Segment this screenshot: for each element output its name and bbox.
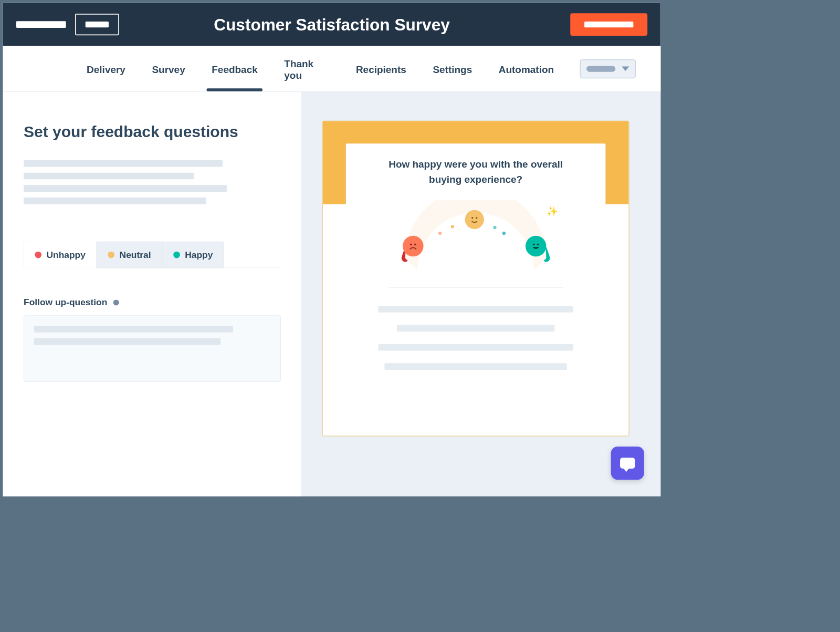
- description-placeholder-line: [24, 160, 223, 167]
- gauge-speck-icon: [502, 232, 506, 235]
- tab-delivery[interactable]: Delivery: [86, 47, 127, 90]
- tab-thank-you[interactable]: Thank you: [284, 42, 330, 96]
- preview-body-placeholder: [378, 306, 573, 376]
- preview-card: How happy were you with the overall buyi…: [346, 143, 606, 426]
- dot-green-icon: [173, 252, 180, 258]
- svg-point-2: [471, 217, 473, 219]
- follow-up-textarea[interactable]: [24, 315, 281, 381]
- sentiment-tab-label: Unhappy: [46, 250, 85, 261]
- tab-feedback[interactable]: Feedback: [211, 47, 259, 90]
- preview-divider: [388, 287, 563, 288]
- info-dot-icon[interactable]: [113, 299, 119, 305]
- preview-question: How happy were you with the overall buyi…: [376, 157, 575, 187]
- description-placeholder-line: [24, 173, 194, 180]
- textarea-placeholder-line: [34, 338, 221, 345]
- main-content: Set your feedback questions Unhappy Neut…: [3, 92, 661, 496]
- top-header: Customer Satisfaction Survey: [3, 3, 661, 46]
- survey-preview-frame: How happy were you with the overall buyi…: [322, 121, 629, 436]
- svg-point-3: [476, 217, 477, 219]
- header-secondary-button[interactable]: [75, 14, 119, 35]
- chat-widget-button[interactable]: [611, 447, 644, 480]
- tab-recipients[interactable]: Recipients: [355, 47, 407, 90]
- sentiment-tab-label: Neutral: [120, 250, 151, 261]
- sentiment-tab-label: Happy: [185, 250, 213, 261]
- header-brand-placeholder: [16, 21, 66, 28]
- header-secondary-button-label: [86, 22, 109, 27]
- svg-point-0: [410, 243, 412, 245]
- follow-up-label: Follow up-question: [24, 297, 107, 308]
- tab-automation[interactable]: Automation: [498, 47, 554, 90]
- section-heading: Set your feedback questions: [24, 123, 280, 141]
- sentiment-tabs: Unhappy Neutral Happy: [24, 242, 280, 268]
- description-placeholder-line: [24, 198, 206, 204]
- sentiment-tab-happy[interactable]: Happy: [162, 242, 224, 268]
- preview-body-line: [384, 363, 567, 370]
- face-neutral-icon[interactable]: [465, 210, 484, 229]
- tab-settings[interactable]: Settings: [432, 47, 473, 90]
- dot-yellow-icon: [108, 252, 114, 258]
- chat-bubble-icon: [620, 458, 635, 469]
- preview-body-line: [378, 306, 573, 313]
- view-dropdown-label: [586, 66, 615, 71]
- gauge-speck-icon: [438, 232, 442, 235]
- header-primary-button-label: [584, 22, 633, 27]
- svg-point-5: [537, 243, 539, 245]
- chevron-down-icon: [622, 66, 629, 71]
- tab-survey[interactable]: Survey: [151, 47, 186, 90]
- left-panel: Set your feedback questions Unhappy Neut…: [3, 92, 302, 496]
- textarea-placeholder-line: [34, 326, 233, 333]
- satisfaction-gauge: ✨: [393, 200, 559, 275]
- preview-body-line: [397, 325, 554, 332]
- dot-red-icon: [35, 252, 41, 258]
- gauge-speck-icon: [493, 226, 496, 229]
- follow-up-label-row: Follow up-question: [24, 297, 280, 308]
- header-primary-button[interactable]: [570, 13, 647, 36]
- right-panel: How happy were you with the overall buyi…: [301, 92, 660, 496]
- sentiment-tab-unhappy[interactable]: Unhappy: [24, 242, 97, 268]
- gauge-speck-icon: [451, 225, 454, 228]
- sparkle-icon: ✨: [547, 206, 558, 217]
- preview-body-line: [378, 344, 573, 351]
- sentiment-tab-neutral[interactable]: Neutral: [97, 242, 162, 268]
- face-sad-icon[interactable]: [403, 236, 424, 257]
- face-happy-icon[interactable]: [526, 236, 547, 257]
- step-tabs-bar: Delivery Survey Feedback Thank you Recip…: [3, 46, 661, 92]
- svg-point-1: [414, 243, 416, 245]
- view-dropdown[interactable]: [580, 59, 636, 78]
- description-placeholder-line: [24, 185, 227, 192]
- svg-point-4: [533, 243, 535, 245]
